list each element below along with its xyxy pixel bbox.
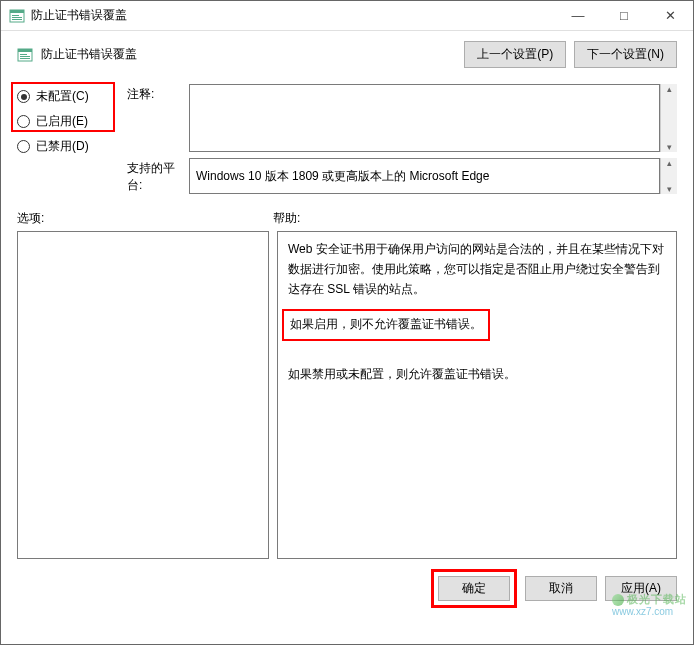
scrollbar[interactable]: ▴▾	[660, 158, 677, 194]
previous-setting-button[interactable]: 上一个设置(P)	[464, 41, 566, 68]
help-paragraph: 如果启用，则不允许覆盖证书错误。	[290, 317, 482, 331]
maximize-button[interactable]: □	[601, 1, 647, 30]
radio-dot-icon	[17, 115, 30, 128]
radio-enabled[interactable]: 已启用(E)	[17, 109, 117, 134]
comment-input[interactable]	[189, 84, 660, 152]
radio-disabled[interactable]: 已禁用(D)	[17, 134, 117, 159]
apply-button[interactable]: 应用(A)	[605, 576, 677, 601]
ok-button[interactable]: 确定	[438, 576, 510, 601]
annotation-highlight: 如果启用，则不允许覆盖证书错误。	[282, 309, 490, 341]
svg-rect-4	[12, 19, 22, 20]
annotation-highlight: 确定	[431, 569, 517, 608]
policy-icon	[17, 47, 33, 63]
platform-row: 支持的平台: Windows 10 版本 1809 或更高版本上的 Micros…	[127, 158, 677, 194]
help-panel: Web 安全证书用于确保用户访问的网站是合法的，并且在某些情况下对数据进行加密。…	[277, 231, 677, 559]
scrollbar[interactable]: ▴▾	[660, 84, 677, 152]
help-paragraph: Web 安全证书用于确保用户访问的网站是合法的，并且在某些情况下对数据进行加密。…	[288, 240, 666, 299]
radio-dot-icon	[17, 90, 30, 103]
radio-label: 已启用(E)	[36, 113, 88, 130]
fields-column: 注释: ▴▾ 支持的平台: Windows 10 版本 1809 或更高版本上的…	[127, 84, 677, 200]
options-panel	[17, 231, 269, 559]
radio-label: 未配置(C)	[36, 88, 89, 105]
config-section: 未配置(C) 已启用(E) 已禁用(D) 注释: ▴▾ 支持的平台: Windo…	[1, 78, 693, 204]
toolbar: 防止证书错误覆盖 上一个设置(P) 下一个设置(N)	[1, 31, 693, 78]
comment-label: 注释:	[127, 84, 189, 152]
cancel-button[interactable]: 取消	[525, 576, 597, 601]
svg-rect-1	[10, 10, 24, 13]
window-icon	[9, 8, 25, 24]
radio-dot-icon	[17, 140, 30, 153]
radio-group: 未配置(C) 已启用(E) 已禁用(D)	[17, 84, 117, 200]
svg-rect-6	[18, 49, 32, 52]
minimize-button[interactable]: —	[555, 1, 601, 30]
footer: 确定 取消 应用(A) 极光下载站 www.xz7.com	[1, 565, 693, 618]
svg-rect-7	[20, 54, 27, 55]
svg-rect-8	[20, 56, 30, 57]
panel-labels: 选项: 帮助:	[1, 204, 693, 229]
next-setting-button[interactable]: 下一个设置(N)	[574, 41, 677, 68]
close-button[interactable]: ✕	[647, 1, 693, 30]
svg-rect-9	[20, 58, 30, 59]
window-controls: — □ ✕	[555, 1, 693, 30]
radio-not-configured[interactable]: 未配置(C)	[17, 84, 117, 109]
svg-rect-3	[12, 17, 22, 18]
help-paragraph: 如果禁用或未配置，则允许覆盖证书错误。	[288, 365, 666, 385]
window-title: 防止证书错误覆盖	[31, 7, 555, 24]
comment-row: 注释: ▴▾	[127, 84, 677, 152]
policy-title: 防止证书错误覆盖	[41, 46, 456, 63]
platform-label: 支持的平台:	[127, 158, 189, 194]
radio-label: 已禁用(D)	[36, 138, 89, 155]
titlebar: 防止证书错误覆盖 — □ ✕	[1, 1, 693, 31]
options-label: 选项:	[17, 210, 273, 227]
panels-row: Web 安全证书用于确保用户访问的网站是合法的，并且在某些情况下对数据进行加密。…	[1, 229, 693, 565]
platform-value: Windows 10 版本 1809 或更高版本上的 Microsoft Edg…	[189, 158, 660, 194]
help-label: 帮助:	[273, 210, 300, 227]
svg-rect-2	[12, 15, 19, 16]
